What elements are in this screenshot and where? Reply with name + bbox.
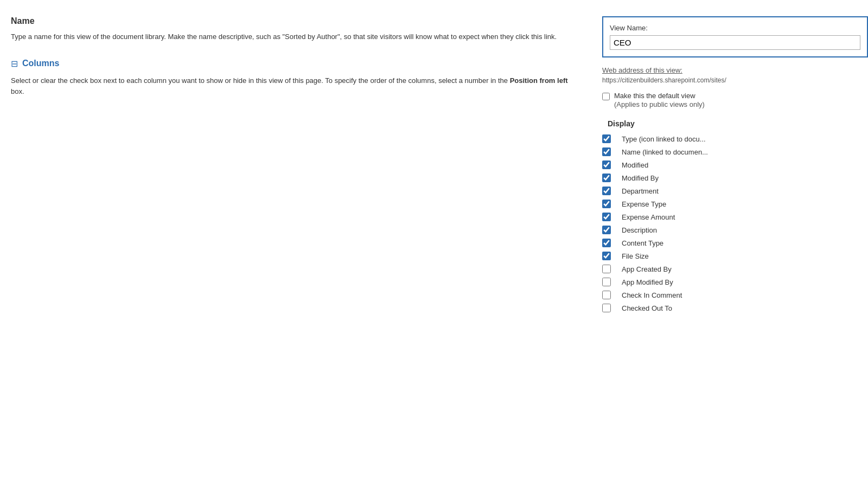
view-name-box: View Name: [602, 16, 868, 57]
column-row: App Created By [602, 262, 868, 275]
column-checkbox-4[interactable] [602, 187, 611, 195]
default-view-checkbox[interactable] [602, 93, 610, 100]
column-checkbox-9[interactable] [602, 252, 611, 260]
column-row: Name (linked to documen... [602, 145, 868, 158]
column-label-12: Check In Comment [622, 291, 682, 299]
web-address-url: https://citizenbuilders.sharepoint.com/s… [602, 76, 868, 84]
columns-table: Display Type (icon linked to docu...Name… [602, 119, 868, 314]
column-label-1: Name (linked to documen... [622, 148, 708, 156]
columns-header: ⊟ Columns [11, 59, 580, 69]
column-row: File Size [602, 249, 868, 262]
column-label-5: Expense Type [622, 200, 666, 208]
columns-description: Select or clear the check box next to ea… [11, 75, 580, 98]
column-checkbox-3[interactable] [602, 174, 611, 182]
column-row: Type (icon linked to docu... [602, 132, 868, 145]
column-checkbox-12[interactable] [602, 291, 611, 299]
column-label-4: Department [622, 187, 659, 195]
column-label-10: App Created By [622, 265, 672, 273]
default-view-sublabel: (Applies to public views only) [614, 100, 868, 108]
view-name-label: View Name: [610, 24, 860, 32]
column-row: Checked Out To [602, 301, 868, 314]
column-row: Content Type [602, 236, 868, 249]
column-label-13: Checked Out To [622, 304, 672, 312]
column-row: Expense Type [602, 197, 868, 210]
column-row: App Modified By [602, 275, 868, 288]
column-checkbox-2[interactable] [602, 160, 611, 169]
column-checkbox-1[interactable] [602, 147, 611, 156]
column-label-11: App Modified By [622, 278, 673, 286]
default-view-section: Make this the default view (Applies to p… [602, 92, 868, 108]
columns-section-title[interactable]: Columns [22, 59, 59, 68]
column-label-3: Modified By [622, 174, 659, 182]
name-section-title: Name [11, 16, 580, 26]
web-address-label: Web address of this view: [602, 66, 868, 74]
column-checkbox-0[interactable] [602, 134, 611, 143]
column-row: Description [602, 223, 868, 236]
column-label-2: Modified [622, 161, 648, 169]
column-label-7: Description [622, 226, 657, 234]
left-panel: Name Type a name for this view of the do… [11, 16, 597, 472]
default-view-label[interactable]: Make this the default view [602, 92, 868, 100]
column-checkbox-7[interactable] [602, 226, 611, 234]
right-panel: View Name: Web address of this view: htt… [597, 16, 868, 472]
columns-section: ⊟ Columns Select or clear the check box … [11, 59, 580, 98]
view-name-input[interactable] [610, 35, 860, 50]
columns-display-header: Display [608, 119, 868, 128]
column-row: Department [602, 184, 868, 197]
column-checkbox-5[interactable] [602, 200, 611, 208]
column-row: Modified By [602, 171, 868, 184]
column-label-9: File Size [622, 252, 649, 260]
column-label-8: Content Type [622, 239, 663, 247]
column-row: Modified [602, 158, 868, 171]
column-checkbox-10[interactable] [602, 265, 611, 273]
column-checkbox-13[interactable] [602, 304, 611, 312]
columns-expand-icon[interactable]: ⊟ [11, 59, 18, 69]
column-checkbox-8[interactable] [602, 239, 611, 247]
column-checkbox-6[interactable] [602, 213, 611, 221]
column-label-0: Type (icon linked to docu... [622, 135, 706, 143]
column-row: Expense Amount [602, 210, 868, 223]
web-address-section: Web address of this view: https://citize… [602, 66, 868, 84]
column-checkbox-11[interactable] [602, 278, 611, 286]
columns-list: Type (icon linked to docu...Name (linked… [602, 132, 868, 314]
name-section-description: Type a name for this view of the documen… [11, 31, 580, 42]
column-row: Check In Comment [602, 288, 868, 301]
column-label-6: Expense Amount [622, 213, 675, 221]
